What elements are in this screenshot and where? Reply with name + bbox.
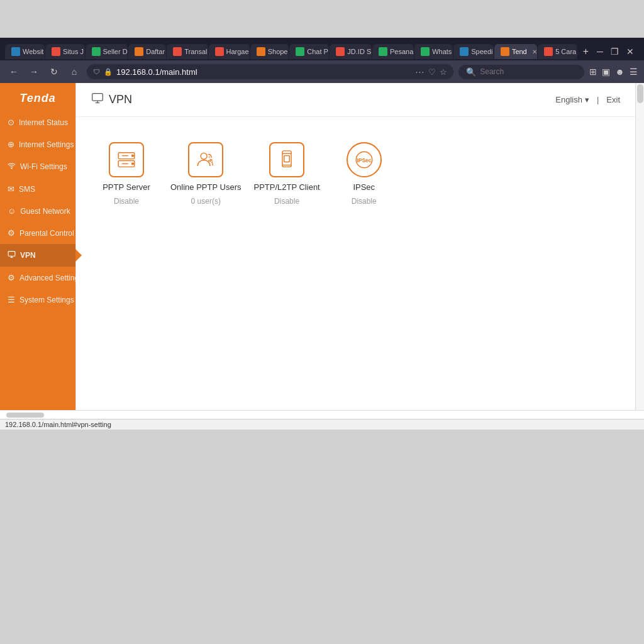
scrollbar-thumb[interactable] <box>637 84 643 103</box>
language-selector[interactable]: English ▾ <box>555 95 589 104</box>
browser-navbar: ← → ↻ ⌂ 🛡 🔒 192.168.0.1/main.html ··· ♡ … <box>0 60 644 83</box>
tab-close-icon[interactable]: ✕ <box>532 48 537 55</box>
split-view-icon[interactable]: ▣ <box>602 67 610 77</box>
tab-favicon <box>460 47 469 56</box>
tab-favicon <box>92 47 101 56</box>
tab-chat[interactable]: Chat P <box>289 44 329 59</box>
tabs-bar: Websit Situs J Seller D Daftar Transal H… <box>0 38 644 60</box>
sidebar-active-arrow <box>75 249 82 262</box>
tab-5cara[interactable]: 5 Cara <box>538 44 577 59</box>
tab-situs[interactable]: Situs J <box>45 44 85 59</box>
sidebar-label-parental-control: Parental Control <box>19 229 74 238</box>
tab-favicon <box>11 47 20 56</box>
wifi-settings-icon <box>8 162 16 172</box>
sidebar-item-wrap-internet-settings: ⊕ Internet Settings <box>0 133 75 155</box>
address-more-icon[interactable]: ··· <box>416 67 425 77</box>
vpn-icon <box>8 250 16 260</box>
minimize-button[interactable]: ─ <box>594 47 606 57</box>
tab-favicon <box>135 47 143 56</box>
sidebar-item-wrap-wifi-settings: Wi-Fi Settings <box>0 155 75 178</box>
address-bar[interactable]: 🛡 🔒 192.168.0.1/main.html ··· ♡ ☆ <box>87 64 453 79</box>
guest-network-icon: ☺ <box>8 206 16 216</box>
sidebar-item-vpn[interactable]: VPN <box>0 244 75 267</box>
svg-rect-19 <box>284 156 290 162</box>
sidebar-item-wrap-sms: ✉ SMS <box>0 178 75 200</box>
toolbar-icons: ⊞ ▣ ☻ ☰ <box>589 67 638 77</box>
address-input[interactable]: 192.168.0.1/main.html <box>116 67 412 77</box>
tab-shope[interactable]: Shope <box>250 44 289 59</box>
svg-point-14 <box>209 157 210 157</box>
sidebar-item-internet-settings[interactable]: ⊕ Internet Settings <box>0 133 75 155</box>
status-bar-url: 192.168.0.1/main.html#vpn-setting <box>5 421 111 428</box>
tab-label: JD.ID S <box>347 48 371 55</box>
reload-button[interactable]: ↻ <box>47 64 62 79</box>
vpn-header-icon <box>91 92 104 108</box>
vpn-card-ipsec[interactable]: IPSec IPSec Disable <box>333 142 396 206</box>
horizontal-scrollbar[interactable] <box>0 410 644 419</box>
restore-button[interactable]: ❐ <box>608 47 621 57</box>
tab-favicon <box>379 47 387 56</box>
sidebar-item-sms[interactable]: ✉ SMS <box>0 178 75 200</box>
tab-whats[interactable]: Whats <box>414 44 453 59</box>
exit-button[interactable]: Exit <box>606 95 620 104</box>
sidebar-label-system-settings: System Settings <box>19 296 74 304</box>
sidebar-item-system-settings[interactable]: ☰ System Settings <box>0 289 75 311</box>
sidebar-item-internet-status[interactable]: ⊙ Internet Status <box>0 111 75 133</box>
svg-rect-4 <box>92 94 103 101</box>
new-tab-button[interactable]: + <box>578 46 594 57</box>
profile-icon[interactable]: ☻ <box>615 67 625 77</box>
sidebar-item-wifi-settings[interactable]: Wi-Fi Settings <box>0 155 75 178</box>
tab-speed[interactable]: Speedi <box>453 44 494 59</box>
library-icon[interactable]: ⊞ <box>589 67 597 77</box>
close-button[interactable]: ✕ <box>624 47 636 57</box>
sidebar-item-wrap-internet-status: ⊙ Internet Status <box>0 111 75 133</box>
tab-harga[interactable]: Hargae <box>209 44 250 59</box>
system-settings-icon: ☰ <box>8 295 15 304</box>
star-icon[interactable]: ☆ <box>440 67 447 77</box>
tab-label: Transal <box>184 48 207 55</box>
tab-label: Shope <box>268 48 288 55</box>
sidebar-item-advanced-settings[interactable]: ⚙ Advanced Settings <box>0 267 75 289</box>
forward-button[interactable]: → <box>26 64 42 79</box>
tab-favicon <box>257 47 265 56</box>
tab-label: Speedi <box>471 48 492 55</box>
tab-website[interactable]: Websit <box>5 44 45 59</box>
content-header: VPN English ▾ | Exit <box>76 83 635 117</box>
tab-label: Websit <box>23 48 43 55</box>
home-button[interactable]: ⌂ <box>67 64 82 79</box>
vpn-card-pptp-server[interactable]: PPTP Server Disable <box>95 142 158 206</box>
bookmark-icon[interactable]: ♡ <box>428 67 436 77</box>
pptp-l2tp-client-title: PPTP/L2TP Client <box>253 182 319 192</box>
vpn-card-pptp-l2tp-client[interactable]: PPTP/L2TP Client Disable <box>253 142 319 206</box>
app-logo: Tenda <box>19 92 55 105</box>
search-input[interactable] <box>480 67 562 76</box>
sidebar-item-guest-network[interactable]: ☺ Guest Network <box>0 200 75 222</box>
tab-transal[interactable]: Transal <box>167 44 208 59</box>
search-bar[interactable]: 🔍 <box>458 65 584 79</box>
vertical-scrollbar[interactable] <box>635 83 644 410</box>
tab-label: 5 Cara <box>555 48 576 55</box>
online-pptp-users-status: 0 user(s) <box>191 197 221 206</box>
horizontal-scrollbar-thumb[interactable] <box>6 413 44 418</box>
sidebar: Tenda ⊙ Internet Status ⊕ Internet Setti… <box>0 83 75 410</box>
pptp-server-status: Disable <box>114 197 139 206</box>
sidebar-label-internet-status: Internet Status <box>19 118 68 127</box>
tab-favicon <box>501 47 509 56</box>
tab-favicon <box>52 47 60 56</box>
back-button[interactable]: ← <box>6 64 21 79</box>
tab-daftar[interactable]: Daftar <box>128 44 166 59</box>
tab-seller[interactable]: Seller D <box>86 44 128 59</box>
tab-favicon <box>296 47 304 56</box>
tab-tenda[interactable]: Tend ✕ <box>494 44 537 59</box>
parental-control-icon: ⚙ <box>8 228 15 238</box>
tab-pesana[interactable]: Pesana <box>372 44 414 59</box>
tab-jd[interactable]: JD.ID S <box>330 44 372 59</box>
sidebar-item-parental-control[interactable]: ⚙ Parental Control <box>0 222 75 244</box>
pptp-l2tp-client-icon-box <box>269 142 304 177</box>
status-bar: 192.168.0.1/main.html#vpn-setting <box>0 419 644 430</box>
menu-icon[interactable]: ☰ <box>630 67 638 77</box>
svg-rect-1 <box>8 252 15 257</box>
page-title-text: VPN <box>109 93 132 106</box>
sms-icon: ✉ <box>8 184 14 194</box>
vpn-card-online-pptp-users[interactable]: Online PPTP Users 0 user(s) <box>170 142 241 206</box>
